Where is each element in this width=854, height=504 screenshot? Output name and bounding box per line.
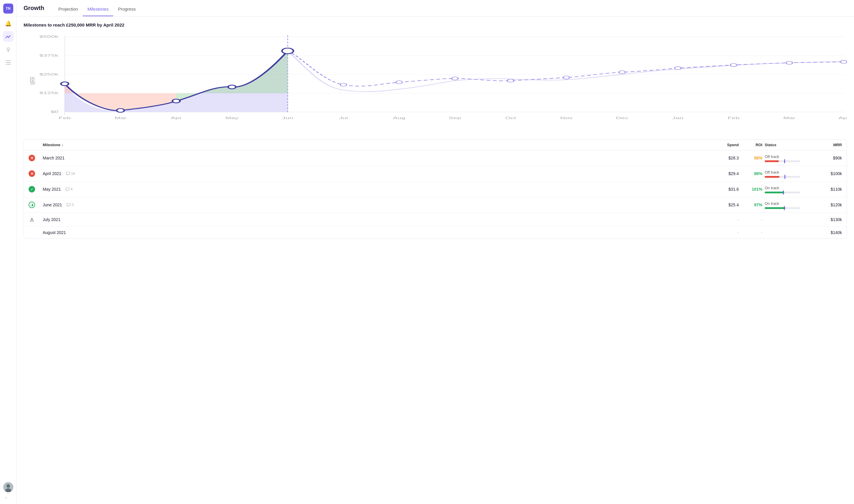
- milestone-name-june[interactable]: June 2021: [43, 202, 62, 207]
- table-row: ◑ June 2021 3 $25.4 97% On track: [24, 197, 847, 213]
- svg-point-6: [6, 484, 10, 488]
- svg-text:MRR: MRR: [29, 77, 37, 85]
- mrr-july: $130k: [818, 217, 842, 222]
- svg-point-43: [452, 77, 458, 80]
- milestone-name-april[interactable]: April 2021: [43, 171, 61, 176]
- roi-april: 88%: [739, 171, 762, 176]
- svg-point-41: [340, 83, 347, 86]
- milestone-name-july[interactable]: July 2021: [43, 217, 692, 222]
- svg-point-47: [674, 67, 681, 70]
- status-icon-may: ✓: [29, 186, 43, 193]
- tab-milestones[interactable]: Milestones: [83, 6, 113, 16]
- spend-april: $29.4: [715, 171, 739, 176]
- mrr-august: $140k: [818, 230, 842, 235]
- th-mrr: MRR: [818, 143, 842, 147]
- mrr-march: $90k: [818, 156, 842, 160]
- mrr-june: $120k: [818, 202, 842, 207]
- sidebar-item-menu[interactable]: [3, 57, 14, 68]
- svg-point-44: [507, 79, 514, 82]
- milestone-cell-may: May 2021 4: [43, 187, 692, 192]
- chart-container: $500k $375k $250k $125k $0 Feb Mar Apr M…: [23, 32, 847, 132]
- comments-june: 3: [67, 203, 74, 207]
- header: Growth Projection Milestones Progress: [17, 0, 854, 17]
- th-status: Status: [762, 143, 818, 147]
- svg-point-36: [61, 82, 69, 86]
- th-comments: [692, 143, 715, 147]
- sidebar-expand-icon[interactable]: ›: [3, 494, 9, 501]
- spend-june: $25.4: [715, 202, 739, 207]
- table-row: ✕ April 2021 16 $29.4 88% Off track: [24, 166, 847, 182]
- roi-may: 101%: [739, 187, 762, 192]
- svg-point-48: [730, 64, 737, 67]
- svg-point-38: [172, 99, 180, 103]
- svg-text:$375k: $375k: [39, 53, 59, 57]
- svg-text:Aug: Aug: [393, 116, 405, 120]
- spend-may: $31.6: [715, 187, 739, 192]
- sidebar-item-bulb[interactable]: [3, 44, 14, 55]
- svg-text:May: May: [225, 116, 239, 120]
- table-row: August 2021 - - $140k: [24, 227, 847, 238]
- tab-bar: Projection Milestones Progress: [54, 0, 140, 16]
- sidebar-item-chart[interactable]: [3, 31, 14, 42]
- status-icon-july: ⚠: [29, 216, 43, 223]
- milestone-cell-april: April 2021 16: [43, 171, 692, 176]
- avatar-initials: TN: [6, 6, 11, 11]
- comments-april: 16: [66, 172, 75, 176]
- sidebar-item-bell[interactable]: 🔔: [3, 18, 14, 29]
- status-icon-june: ◑: [29, 202, 43, 208]
- comments-may: 4: [66, 187, 72, 191]
- svg-point-40: [282, 48, 293, 54]
- milestone-cell-june: June 2021 3: [43, 202, 692, 207]
- svg-text:Mar: Mar: [783, 116, 795, 120]
- status-april: Off track: [762, 169, 818, 178]
- svg-text:Apr: Apr: [171, 116, 182, 120]
- th-spend: Spend: [715, 143, 739, 147]
- roi-august: -: [739, 230, 762, 235]
- spend-march: $28.3: [715, 156, 739, 160]
- roi-july: -: [739, 217, 762, 222]
- table-row: ✕ March 2021 $28.3 56% Off track $90k: [24, 150, 847, 166]
- main-content: Growth Projection Milestones Progress Mi…: [17, 0, 854, 504]
- roi-june: 97%: [739, 202, 762, 207]
- svg-text:Oct: Oct: [505, 116, 516, 120]
- th-milestone: Milestone ↓: [43, 143, 692, 147]
- svg-text:Sep: Sep: [449, 116, 461, 120]
- milestone-name-august[interactable]: August 2021: [43, 230, 692, 235]
- status-june: On track: [762, 201, 818, 209]
- status-icon-march: ✕: [29, 155, 43, 161]
- svg-point-0: [5, 37, 6, 38]
- tab-projection[interactable]: Projection: [54, 6, 83, 16]
- svg-text:Apr: Apr: [838, 116, 847, 120]
- th-roi: ROI: [739, 143, 762, 147]
- svg-text:$500k: $500k: [39, 35, 59, 38]
- section-title: Milestones to reach £250,000 MRR by Apri…: [23, 22, 847, 28]
- status-icon-april: ✕: [29, 170, 43, 177]
- svg-point-46: [619, 71, 625, 74]
- svg-point-50: [841, 60, 847, 64]
- svg-point-42: [396, 81, 402, 84]
- svg-point-4: [7, 48, 10, 50]
- svg-text:$125k: $125k: [39, 91, 59, 95]
- svg-text:Jan: Jan: [672, 116, 684, 120]
- roi-march: 56%: [739, 156, 762, 160]
- svg-point-37: [117, 108, 124, 112]
- mrr-may: $110k: [818, 187, 842, 192]
- table-row: ⚠ July 2021 - - $130k: [24, 213, 847, 227]
- sidebar: TN 🔔 ›: [0, 0, 17, 504]
- milestone-name-march[interactable]: March 2021: [43, 156, 692, 160]
- svg-point-49: [786, 61, 793, 65]
- mrr-april: $100k: [818, 171, 842, 176]
- status-march: Off track: [762, 154, 818, 162]
- user-avatar[interactable]: [3, 482, 13, 492]
- chart-svg: $500k $375k $250k $125k $0 Feb Mar Apr M…: [23, 32, 847, 132]
- app-avatar[interactable]: TN: [3, 3, 13, 14]
- table-header: Milestone ↓ Spend ROI Status MRR: [24, 140, 847, 150]
- milestone-name-may[interactable]: May 2021: [43, 187, 61, 192]
- svg-point-1: [7, 36, 8, 37]
- th-icon: [29, 143, 43, 147]
- milestones-table: Milestone ↓ Spend ROI Status MRR ✕ March…: [23, 139, 847, 239]
- tab-progress[interactable]: Progress: [113, 6, 140, 16]
- spend-august: -: [715, 230, 739, 235]
- svg-text:Jul: Jul: [339, 116, 348, 120]
- svg-text:Feb: Feb: [728, 116, 740, 120]
